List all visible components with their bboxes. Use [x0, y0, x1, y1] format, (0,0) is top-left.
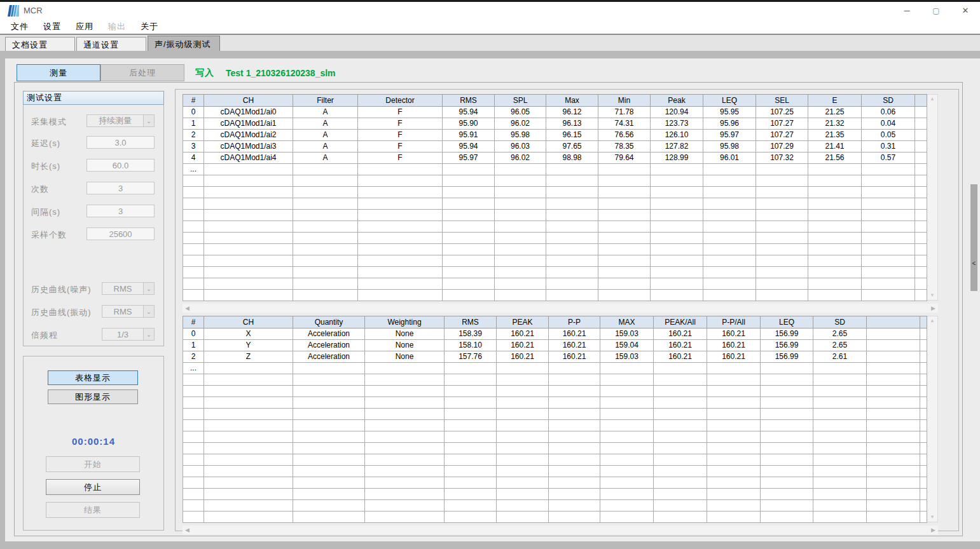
sound-level-table-block: #CHFilterDetectorRMSSPLMaxMinPeakLEQSELE…: [183, 94, 938, 313]
column-header[interactable]: CH: [204, 95, 293, 107]
table-row[interactable]: 4cDAQ1Mod1/ai4AF95.9796.0298.9879.64128.…: [183, 152, 927, 164]
cell: Z: [204, 351, 293, 363]
table-row[interactable]: 1cDAQ1Mod1/ai1AF95.9096.0296.1374.31123.…: [183, 118, 927, 130]
history-noise-select[interactable]: RMS ⌄: [102, 282, 155, 295]
vertical-scrollbar[interactable]: ▲ ▼: [927, 316, 938, 522]
table-row[interactable]: 2ZAccelerationNone157.76160.21160.21159.…: [183, 351, 927, 363]
column-header[interactable]: Filter: [293, 95, 358, 107]
cell: 96.12: [546, 107, 598, 118]
history-vibration-select[interactable]: RMS ⌄: [102, 305, 155, 318]
count-input[interactable]: 3: [86, 182, 155, 194]
chevron-down-icon[interactable]: ⌄: [143, 115, 154, 126]
horizontal-scrollbar[interactable]: ◀ ▶: [183, 304, 938, 313]
cell: [808, 244, 862, 255]
start-button: 开始: [46, 456, 140, 472]
graph-view-button[interactable]: 图形显示: [48, 390, 138, 404]
menu-item-file[interactable]: 文件: [10, 20, 30, 34]
table-row[interactable]: 0XAccelerationNone158.39160.21160.21159.…: [183, 329, 927, 340]
maximize-icon[interactable]: ▢: [921, 2, 951, 19]
column-header[interactable]: SD: [813, 316, 867, 329]
menu-item-settings[interactable]: 设置: [42, 20, 62, 34]
chevron-down-icon[interactable]: ⌄: [143, 306, 154, 317]
column-header[interactable]: MAX: [600, 316, 654, 329]
column-header[interactable]: [915, 95, 927, 107]
chevron-down-icon[interactable]: ⌄: [143, 283, 154, 294]
scroll-right-icon[interactable]: ▶: [931, 527, 935, 533]
column-header[interactable]: Weighting: [365, 316, 445, 329]
cell: 128.99: [651, 152, 703, 164]
cell: [862, 198, 915, 210]
menu-item-about[interactable]: 关于: [139, 20, 160, 34]
acquisition-mode-select[interactable]: 持续测量 ⌄: [86, 114, 155, 127]
table-row[interactable]: 1YAccelerationNone158.10160.21160.21159.…: [183, 340, 927, 351]
cell: [293, 187, 358, 198]
column-header[interactable]: [867, 316, 920, 329]
measure-mode-button[interactable]: 测量: [17, 64, 100, 81]
column-header[interactable]: RMS: [445, 316, 497, 329]
cell: [365, 443, 445, 454]
table-row[interactable]: 3cDAQ1Mod1/ai3AF95.9496.0397.6578.35127.…: [183, 141, 927, 152]
tab-channel-settings[interactable]: 通道设置: [76, 37, 146, 52]
cell: [598, 164, 651, 175]
column-header[interactable]: PEAK/All: [654, 316, 707, 329]
scroll-right-icon[interactable]: ▶: [931, 306, 935, 311]
column-header[interactable]: #: [183, 316, 204, 329]
cell: [183, 374, 204, 386]
column-header[interactable]: PEAK: [497, 316, 549, 329]
scroll-left-icon[interactable]: ◀: [185, 527, 190, 533]
interval-input[interactable]: 3: [86, 205, 155, 217]
menu-item-apply[interactable]: 应用: [74, 20, 95, 34]
column-header[interactable]: CH: [204, 316, 293, 329]
cell: [654, 397, 707, 409]
scroll-down-icon[interactable]: ▼: [930, 293, 935, 298]
minimize-icon[interactable]: ─: [892, 2, 921, 19]
scroll-up-icon[interactable]: ▲: [930, 318, 935, 323]
column-header[interactable]: E: [808, 95, 862, 107]
column-header[interactable]: Quantity: [293, 316, 365, 329]
column-header[interactable]: [920, 316, 927, 329]
column-header[interactable]: LEQ: [761, 316, 813, 329]
octave-select[interactable]: 1/3 ⌄: [102, 328, 155, 341]
cell: ...: [183, 363, 204, 374]
tab-sound-vibration-test[interactable]: 声/振动级测试: [148, 36, 220, 52]
delay-input[interactable]: 3.0: [86, 136, 155, 149]
table-row[interactable]: 0cDAQ1Mod1/ai0AF95.9496.0596.1271.78120.…: [183, 107, 927, 118]
close-icon[interactable]: ✕: [951, 2, 980, 19]
column-header[interactable]: SD: [862, 95, 915, 107]
cell: [915, 107, 927, 118]
column-header[interactable]: LEQ: [703, 95, 756, 107]
cell: 96.01: [703, 152, 756, 164]
vertical-scrollbar[interactable]: ▲ ▼: [927, 94, 938, 301]
column-header[interactable]: Detector: [358, 95, 443, 107]
scroll-left-icon[interactable]: ◀: [185, 306, 190, 311]
cell: [204, 187, 293, 198]
chevron-down-icon[interactable]: ⌄: [143, 329, 154, 340]
column-header[interactable]: #: [183, 95, 204, 107]
table-row[interactable]: 2cDAQ1Mod1/ai2AF95.9195.9896.1576.56126.…: [183, 130, 927, 141]
column-header[interactable]: P-P: [549, 316, 600, 329]
scroll-up-icon[interactable]: ▲: [930, 97, 935, 102]
stop-button[interactable]: 停止: [46, 479, 140, 495]
samples-input[interactable]: 25600: [86, 227, 155, 240]
column-header[interactable]: Max: [546, 95, 598, 107]
tab-document-settings[interactable]: 文档设置: [5, 37, 75, 52]
scroll-down-icon[interactable]: ▼: [930, 515, 935, 520]
table-view-button[interactable]: 表格显示: [48, 370, 138, 385]
horizontal-scrollbar[interactable]: ◀ ▶: [183, 525, 938, 534]
cell: [204, 164, 293, 175]
column-header[interactable]: P-P/All: [707, 316, 761, 329]
cell: [654, 386, 707, 397]
cell: [598, 278, 651, 290]
column-header[interactable]: Min: [598, 95, 651, 107]
cell: [445, 454, 497, 466]
panel-collapse-handle[interactable]: <: [970, 184, 977, 291]
column-header[interactable]: SEL: [756, 95, 808, 107]
cell: [915, 118, 927, 130]
column-header[interactable]: RMS: [443, 95, 495, 107]
column-header[interactable]: SPL: [495, 95, 546, 107]
column-header[interactable]: Peak: [651, 95, 703, 107]
cell: [549, 443, 600, 454]
cell: [920, 443, 927, 454]
duration-input[interactable]: 60.0: [86, 159, 155, 172]
cell: [703, 198, 756, 210]
